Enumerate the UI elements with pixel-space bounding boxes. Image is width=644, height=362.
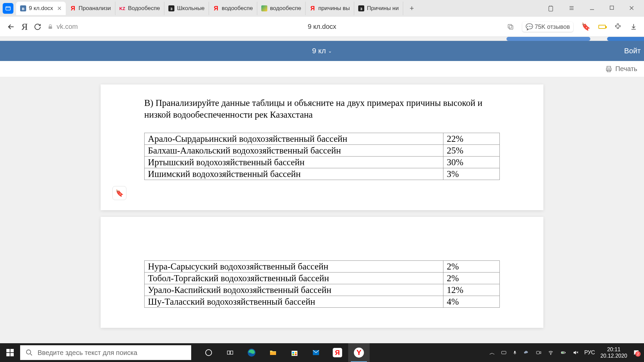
- print-button[interactable]: Печать: [605, 65, 637, 73]
- svg-rect-19: [295, 354, 297, 355]
- znanija-icon: з: [358, 5, 364, 11]
- wifi-icon[interactable]: [547, 350, 554, 355]
- tab[interactable]: Я Проанализи: [66, 2, 115, 15]
- mail-icon[interactable]: [305, 343, 327, 362]
- svg-rect-11: [227, 351, 230, 354]
- print-label: Печать: [615, 65, 637, 73]
- keyboard-icon[interactable]: [500, 350, 507, 355]
- yandex-icon: Я: [70, 5, 76, 11]
- battery-tray-icon[interactable]: [559, 350, 567, 355]
- yandex-home-icon[interactable]: Я: [21, 21, 28, 32]
- task-view-icon[interactable]: [219, 343, 241, 362]
- vk-icon: в: [20, 5, 26, 11]
- language-indicator[interactable]: РУС: [584, 350, 595, 356]
- svg-point-9: [26, 350, 31, 354]
- table-row: Урало-Каспийский водохозяйственный бассе…: [145, 284, 500, 296]
- back-button[interactable]: [7, 22, 15, 31]
- svg-rect-14: [270, 352, 276, 355]
- start-button[interactable]: [0, 343, 20, 362]
- table-row: Арало-Сырдарьинский водохозяйственный ба…: [145, 133, 500, 145]
- kz-icon: KZ: [119, 5, 125, 11]
- content-area: В) Пранализируйте данные таблицы и объяс…: [0, 77, 644, 343]
- clock[interactable]: 20:11 20.12.2020: [600, 346, 627, 359]
- doc-name: 9 кл: [312, 47, 326, 55]
- reviews-badge[interactable]: 💬 75K отзывов: [522, 22, 573, 32]
- yandex-app-icon[interactable]: Я: [327, 343, 348, 362]
- tray-chevron-icon[interactable]: ︿: [489, 349, 495, 357]
- download-icon[interactable]: [630, 23, 637, 31]
- tab[interactable]: водообеспе: [257, 2, 306, 15]
- svg-rect-22: [514, 351, 516, 353]
- basin-table-2: Нура-Сарысуский водохозяйственный бассей…: [144, 260, 500, 308]
- tab[interactable]: з Причины ни: [354, 2, 403, 15]
- page-title: 9 кл.docx: [308, 23, 336, 31]
- znanija-icon: з: [168, 5, 174, 11]
- time-text: 20:11: [600, 346, 627, 353]
- table-row: Балхаш-Алакольский водохозяйственный бас…: [145, 145, 500, 157]
- vk-doc-header: 9 кл ⌄ Войт: [0, 41, 644, 61]
- svg-rect-0: [6, 7, 10, 10]
- meet-now-icon[interactable]: [535, 350, 542, 355]
- mic-icon[interactable]: [513, 350, 517, 356]
- edge-icon[interactable]: [241, 343, 262, 362]
- close-icon[interactable]: ✕: [57, 5, 62, 12]
- new-tab-button[interactable]: +: [407, 3, 417, 14]
- svg-rect-4: [509, 25, 513, 29]
- svg-rect-23: [536, 351, 539, 354]
- file-explorer-icon[interactable]: [262, 343, 284, 362]
- tab[interactable]: Я причины вы: [306, 2, 354, 15]
- menu-icon[interactable]: [566, 4, 578, 13]
- svg-rect-16: [292, 352, 294, 353]
- image-icon: [261, 5, 267, 11]
- url-field[interactable]: vk.com: [47, 23, 78, 31]
- basin-table-1: Арало-Сырдарьинский водохозяйственный ба…: [144, 133, 500, 180]
- date-text: 20.12.2020: [600, 353, 627, 359]
- onedrive-icon[interactable]: [523, 350, 530, 355]
- table-row: Тобол-Торгайский водохозяйственный бассе…: [145, 273, 500, 284]
- browser-tab-strip: в 9 кл.docx ✕ Я Проанализи KZ Водообеспе…: [0, 0, 644, 17]
- bookmark-page-button[interactable]: 🔖: [112, 186, 126, 200]
- svg-rect-27: [561, 352, 564, 353]
- tab-label: Причины ни: [367, 5, 399, 12]
- notif-count: 2: [635, 351, 641, 357]
- windows-logo-icon: [6, 349, 14, 356]
- doc-name-dropdown[interactable]: 9 кл ⌄: [312, 47, 332, 55]
- cortana-icon[interactable]: [198, 343, 219, 362]
- sidebar-app-icon[interactable]: [3, 3, 13, 14]
- reload-button[interactable]: [34, 23, 41, 31]
- tab-active[interactable]: в 9 кл.docx ✕: [16, 2, 66, 15]
- tab[interactable]: з Школьные: [164, 2, 209, 15]
- bookmark-icon[interactable]: 🔖: [581, 22, 590, 31]
- taskbar-search[interactable]: Введите здесь текст для поиска: [20, 345, 191, 360]
- table-row: Шу-Таласский водохозяйственный бассейн4%: [145, 296, 500, 308]
- extensions-puzzle-icon[interactable]: [614, 23, 622, 31]
- yandex-browser-icon[interactable]: Y: [348, 343, 370, 362]
- taskbar-apps: Я Y: [198, 343, 370, 362]
- table-row: Нура-Сарысуский водохозяйственный бассей…: [145, 261, 500, 273]
- store-icon[interactable]: [284, 343, 305, 362]
- svg-rect-1: [549, 6, 553, 11]
- lock-icon: [47, 24, 53, 30]
- volume-mute-icon[interactable]: [572, 350, 579, 356]
- search-placeholder: Введите здесь текст для поиска: [38, 349, 137, 357]
- minimize-icon[interactable]: [586, 4, 598, 13]
- maximize-icon[interactable]: [606, 4, 617, 13]
- search-icon: [25, 349, 33, 356]
- tab[interactable]: Я водообеспе: [209, 2, 257, 15]
- document-page-2: Нура-Сарысуский водохозяйственный бассей…: [101, 217, 543, 328]
- chevron-down-icon: ⌄: [328, 48, 332, 54]
- table-row: Иртышский водохозяйственный бассейн30%: [145, 157, 500, 168]
- svg-rect-18: [292, 354, 294, 355]
- url-text: vk.com: [57, 23, 78, 31]
- tab-label: причины вы: [318, 5, 350, 12]
- copy-icon[interactable]: [507, 23, 514, 31]
- tab[interactable]: KZ Водообеспе: [115, 2, 164, 15]
- svg-rect-12: [230, 351, 233, 354]
- svg-rect-2: [610, 6, 614, 10]
- login-button[interactable]: Войт: [621, 47, 644, 55]
- extensions-icon[interactable]: [545, 4, 557, 13]
- notifications-icon[interactable]: 2: [633, 349, 640, 356]
- svg-rect-21: [501, 351, 506, 354]
- tab-label: Водообеспе: [128, 5, 160, 12]
- close-window-icon[interactable]: [626, 4, 637, 13]
